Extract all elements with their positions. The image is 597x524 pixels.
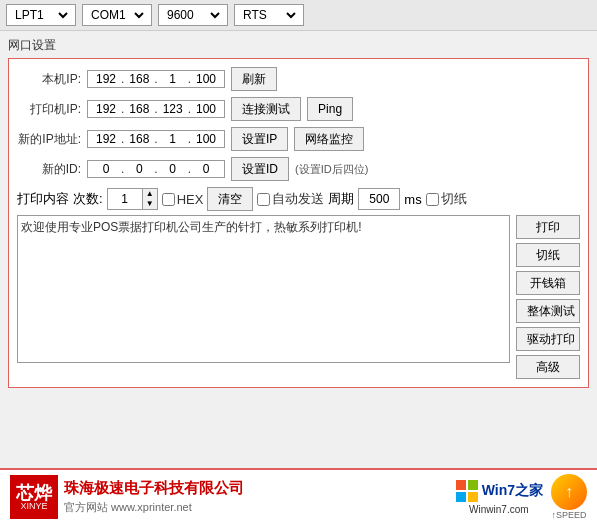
rts-select[interactable]: RTS <box>234 4 304 26</box>
full-test-button[interactable]: 整体测试 <box>516 299 580 323</box>
top-bar: LPT1 COM1 9600 RTS <box>0 0 597 31</box>
win7-text: Win7之家 <box>482 482 543 500</box>
speed-logo-icon: ↑ <box>551 474 587 510</box>
footer: 芯烨 XINYE 珠海极速电子科技有限公司 官方网站 www.xprinter.… <box>0 468 597 524</box>
cut-paper-checkbox[interactable] <box>426 193 439 206</box>
network-section: 本机IP: . . . 刷新 打印机IP: . . . <box>8 58 589 388</box>
baud-select[interactable]: 9600 <box>158 4 228 26</box>
logo-area: 芯烨 XINYE 珠海极速电子科技有限公司 官方网站 www.xprinter.… <box>10 475 447 519</box>
ms-input[interactable] <box>358 188 400 210</box>
spin-down-button[interactable]: ▼ <box>143 199 157 209</box>
windows-flag-icon <box>455 479 479 503</box>
win7-logo: Win7之家 <box>455 479 543 503</box>
new-ip-octet1[interactable] <box>91 132 121 146</box>
local-ip-row: 本机IP: . . . 刷新 <box>17 67 580 91</box>
win7-sub: Winwin7.com <box>469 504 528 515</box>
printer-ip-octet4[interactable] <box>191 102 221 116</box>
new-ip-label: 新的IP地址: <box>17 131 81 148</box>
cut-paper-button[interactable]: 切纸 <box>516 243 580 267</box>
speed-badge: ↑ ↑SPEED <box>551 474 587 520</box>
new-ip-input[interactable]: . . . <box>87 130 225 148</box>
cut-paper-check-text: 切纸 <box>441 190 467 208</box>
right-buttons: 打印 切纸 开钱箱 整体测试 驱动打印 高级 <box>516 215 580 379</box>
speed-text: ↑SPEED <box>551 510 586 520</box>
svg-rect-0 <box>456 480 466 490</box>
printer-ip-input[interactable]: . . . <box>87 100 225 118</box>
auto-send-label[interactable]: 自动发送 <box>257 190 324 208</box>
new-id-field3[interactable] <box>158 162 188 176</box>
ping-button[interactable]: Ping <box>307 97 353 121</box>
printer-ip-label: 打印机IP: <box>17 101 81 118</box>
new-id-field1[interactable] <box>91 162 121 176</box>
new-id-input[interactable]: . . . <box>87 160 225 178</box>
advanced-button[interactable]: 高级 <box>516 355 580 379</box>
port1-select[interactable]: LPT1 <box>6 4 76 26</box>
clear-button[interactable]: 清空 <box>207 187 253 211</box>
connect-test-button[interactable]: 连接测试 <box>231 97 301 121</box>
new-id-field4[interactable] <box>191 162 221 176</box>
hex-checkbox[interactable] <box>162 193 175 206</box>
ms-unit: ms <box>404 192 421 207</box>
svg-rect-1 <box>468 480 478 490</box>
local-ip-input[interactable]: . . . <box>87 70 225 88</box>
new-id-label: 新的ID: <box>17 161 81 178</box>
main-content: 网口设置 本机IP: . . . 刷新 打印机IP: . . <box>0 31 597 392</box>
logo-main-text: 芯烨 <box>16 484 52 502</box>
hex-checkbox-label[interactable]: HEX <box>162 192 204 207</box>
speed-icon: ↑ <box>565 483 573 501</box>
set-ip-button[interactable]: 设置IP <box>231 127 288 151</box>
logo-box: 芯烨 XINYE <box>10 475 58 519</box>
company-info: 珠海极速电子科技有限公司 官方网站 www.xprinter.net <box>64 479 244 515</box>
new-ip-octet4[interactable] <box>191 132 221 146</box>
print-content-row: 打印内容 次数: ▲ ▼ HEX 清空 自动发送 周期 ms <box>17 187 580 211</box>
count-label: 次数: <box>73 190 103 208</box>
rts-dropdown[interactable]: RTS <box>239 7 299 23</box>
port1-dropdown[interactable]: LPT1 <box>11 7 71 23</box>
company-name: 珠海极速电子科技有限公司 <box>64 479 244 498</box>
network-monitor-button[interactable]: 网络监控 <box>294 127 364 151</box>
local-ip-label: 本机IP: <box>17 71 81 88</box>
print-content-label: 打印内容 <box>17 190 69 208</box>
new-ip-row: 新的IP地址: . . . 设置IP 网络监控 <box>17 127 580 151</box>
print-textarea[interactable]: 欢迎使用专业POS票据打印机公司生产的针打，热敏系列打印机! <box>17 215 510 363</box>
open-drawer-button[interactable]: 开钱箱 <box>516 271 580 295</box>
spin-arrows: ▲ ▼ <box>143 188 158 210</box>
logo-sub-text: XINYE <box>20 502 47 511</box>
local-ip-octet4[interactable] <box>191 72 221 86</box>
company-url: 官方网站 www.xprinter.net <box>64 500 244 515</box>
printer-ip-octet2[interactable] <box>124 102 154 116</box>
baud-dropdown[interactable]: 9600 <box>163 7 223 23</box>
port2-dropdown[interactable]: COM1 <box>87 7 147 23</box>
period-label: 周期 <box>328 190 354 208</box>
new-ip-octet2[interactable] <box>124 132 154 146</box>
printer-ip-octet1[interactable] <box>91 102 121 116</box>
new-id-field2[interactable] <box>124 162 154 176</box>
auto-send-text: 自动发送 <box>272 190 324 208</box>
port2-select[interactable]: COM1 <box>82 4 152 26</box>
printer-ip-octet3[interactable] <box>158 102 188 116</box>
local-ip-octet3[interactable] <box>158 72 188 86</box>
spin-up-button[interactable]: ▲ <box>143 189 157 199</box>
drive-print-button[interactable]: 驱动打印 <box>516 327 580 351</box>
set-id-button[interactable]: 设置ID <box>231 157 289 181</box>
local-ip-octet2[interactable] <box>124 72 154 86</box>
auto-send-checkbox[interactable] <box>257 193 270 206</box>
win7-badge: Win7之家 Winwin7.com <box>455 479 543 515</box>
network-section-label: 网口设置 <box>8 37 589 54</box>
printer-ip-row: 打印机IP: . . . 连接测试 Ping <box>17 97 580 121</box>
new-id-row: 新的ID: . . . 设置ID (设置ID后四位) <box>17 157 580 181</box>
refresh-button[interactable]: 刷新 <box>231 67 277 91</box>
textarea-panel: 欢迎使用专业POS票据打印机公司生产的针打，热敏系列打印机! 打印 切纸 开钱箱… <box>17 215 580 379</box>
cut-paper-check-label[interactable]: 切纸 <box>426 190 467 208</box>
set-id-note: (设置ID后四位) <box>295 162 368 177</box>
print-button[interactable]: 打印 <box>516 215 580 239</box>
count-spinner[interactable]: ▲ ▼ <box>107 188 158 210</box>
svg-rect-3 <box>468 492 478 502</box>
svg-rect-2 <box>456 492 466 502</box>
count-input[interactable] <box>107 188 143 210</box>
new-ip-octet3[interactable] <box>158 132 188 146</box>
hex-label: HEX <box>177 192 204 207</box>
local-ip-octet1[interactable] <box>91 72 121 86</box>
